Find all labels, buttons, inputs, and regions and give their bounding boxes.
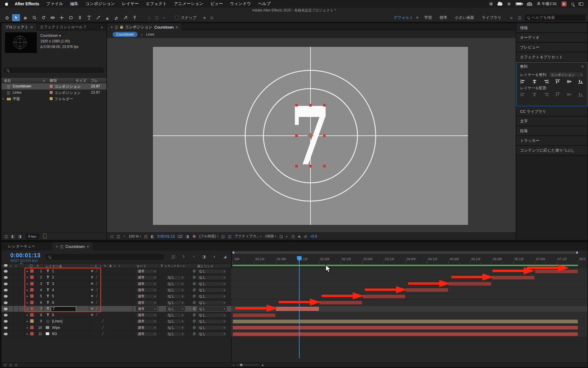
layer-duration-bar[interactable]	[362, 294, 405, 299]
layer-visibility-icon[interactable]	[4, 314, 8, 316]
wifi-icon[interactable]	[527, 2, 532, 6]
layer-parent-dropdown[interactable]: なし▾	[197, 281, 227, 286]
channel-show-icon[interactable]	[192, 234, 196, 238]
panel-menu-icon[interactable]: ≡	[176, 25, 178, 29]
selection-tool[interactable]	[12, 14, 20, 21]
layer-mode-dropdown[interactable]: 通常▾	[136, 319, 157, 324]
control-center-icon[interactable]	[579, 2, 583, 6]
right-panel-tab[interactable]: 段落	[516, 126, 587, 135]
layer-mode-dropdown[interactable]: 通常▾	[136, 281, 157, 286]
show-snapshot-icon[interactable]: ◨	[186, 234, 189, 238]
right-panel-tab[interactable]: CC ライブラリ	[516, 107, 587, 116]
layer-name[interactable]: [Lines]	[52, 319, 62, 323]
quality-switch-icon[interactable]: ╱	[102, 319, 104, 322]
parent-pickwhip-icon[interactable]: @	[193, 269, 196, 273]
right-panel-tab[interactable]: 文字	[516, 117, 587, 126]
layer-duration-bar[interactable]	[319, 301, 362, 305]
menubar-menu-item[interactable]: ビュー	[210, 1, 223, 6]
right-panel-tab[interactable]: コンテンツに応じた塗りつぶし	[516, 146, 587, 155]
composition-viewer[interactable]: 7	[107, 38, 516, 232]
zoom-slider-track[interactable]	[236, 364, 259, 365]
layer-visibility-icon[interactable]	[4, 333, 8, 335]
shape-tool[interactable]	[67, 14, 75, 21]
layer-name[interactable]: BG	[52, 332, 57, 336]
layer-parent-dropdown[interactable]: なし▾	[197, 300, 227, 305]
parent-pickwhip-icon[interactable]: @	[193, 313, 196, 316]
project-item-row[interactable]: ◫Linesコンポジション23.97	[1, 89, 106, 96]
parent-pickwhip-icon[interactable]: @	[193, 307, 196, 310]
rasterize-switch-icon[interactable]: ◉	[91, 313, 93, 316]
type-tool[interactable]	[85, 14, 93, 21]
right-panel-tab[interactable]: プレビュー	[516, 43, 587, 52]
label-chip[interactable]	[50, 85, 53, 88]
region-of-interest-icon[interactable]: ◱	[221, 234, 225, 238]
distribute-right-button[interactable]	[544, 92, 548, 97]
new-folder-icon[interactable]: ◧	[11, 234, 14, 238]
camera-tool[interactable]	[49, 14, 56, 21]
layer-name[interactable]: 3	[52, 282, 54, 286]
layer-mode-dropdown[interactable]: 通常▾	[136, 306, 157, 311]
parent-pickwhip-icon[interactable]: @	[193, 332, 196, 335]
menu-bar-clock[interactable]: 木 午後2:31	[537, 1, 557, 6]
align-top-button[interactable]	[555, 79, 560, 84]
layer-visibility-icon[interactable]	[4, 295, 8, 298]
distribute-top-button[interactable]	[555, 92, 560, 97]
snap-control[interactable]: スナップ	[175, 15, 196, 20]
layer-disclosure-icon[interactable]: ▸	[27, 301, 28, 304]
layer-switches-icon[interactable]: ◱	[9, 363, 12, 367]
panel-menu-icon[interactable]: ≡	[31, 25, 33, 29]
track-matte-dropdown[interactable]: なし▾	[166, 281, 185, 286]
rasterize-switch-icon[interactable]: ◉	[91, 294, 93, 297]
layer-name-edit-field[interactable]: 7	[51, 306, 76, 311]
layer-visibility-icon[interactable]	[4, 320, 8, 323]
layer-disclosure-icon[interactable]: ▸	[27, 270, 28, 273]
menubar-menu-item[interactable]: ヘルプ	[258, 1, 271, 6]
layer-mode-dropdown[interactable]: 通常▾	[136, 275, 157, 280]
status-icon[interactable]	[507, 2, 511, 6]
comp-mini-icon[interactable]: ◰	[4, 363, 6, 367]
track-matte-dropdown[interactable]: なし▾	[166, 300, 185, 305]
timeline-layer-row[interactable]: ▸1T1◉╱通常▾@なし▾	[1, 268, 231, 274]
layer-disclosure-icon[interactable]: ▸	[27, 326, 28, 329]
menubar-menu-item[interactable]: ウィンドウ	[230, 1, 251, 6]
track-matte-dropdown[interactable]: なし▾	[166, 275, 185, 280]
layer-mode-dropdown[interactable]: 通常▾	[136, 313, 157, 318]
disclosure-icon[interactable]: ▸	[3, 97, 4, 100]
rasterize-switch-icon[interactable]: ◉	[91, 282, 93, 285]
align-v-center-button[interactable]	[567, 79, 572, 84]
label-chip[interactable]	[50, 91, 53, 94]
menubar-menu-item[interactable]: エフェクト	[146, 1, 167, 6]
align-right-button[interactable]	[544, 79, 548, 84]
layer-parent-dropdown[interactable]: なし▾	[197, 325, 227, 330]
layer-disclosure-icon[interactable]: ▸	[27, 332, 28, 335]
menubar-menu-item[interactable]: 編集	[70, 1, 78, 6]
layer-parent-dropdown[interactable]: なし▾	[197, 294, 227, 299]
layer-mode-dropdown[interactable]: 通常▾	[136, 325, 157, 330]
layer-duration-bar[interactable]	[405, 288, 449, 292]
always-preview-icon[interactable]: ◻	[111, 234, 113, 238]
project-item-row[interactable]: ◫Countdownコンポジション23.97	[1, 83, 106, 89]
app-name[interactable]: After Effects	[15, 1, 39, 6]
resolution-dropdown[interactable]: (フル画質)▾	[199, 234, 218, 239]
battery-icon[interactable]	[515, 2, 522, 6]
panel-menu-icon[interactable]: ≡	[582, 64, 584, 69]
workspace-active[interactable]: デフォルト	[390, 15, 417, 20]
right-panel-tab[interactable]: トラッカー	[516, 136, 587, 145]
distribute-bottom-button[interactable]	[578, 92, 583, 97]
layer-parent-dropdown[interactable]: なし▾	[197, 275, 227, 280]
help-search-input[interactable]: ヘルプを検索	[525, 14, 585, 21]
ruler-toggle-icon[interactable]: ◰	[144, 234, 148, 238]
quality-switch-icon[interactable]: ╱	[96, 313, 98, 316]
puppet-pin-tool[interactable]	[131, 14, 138, 21]
track-matte-dropdown[interactable]: なし▾	[166, 313, 185, 318]
right-panel-tab[interactable]: 情報	[516, 23, 587, 32]
new-comp-icon[interactable]: ◨	[18, 234, 21, 238]
parent-pickwhip-icon[interactable]: @	[193, 301, 196, 304]
track-matte-dropdown[interactable]: なし▾	[166, 319, 185, 324]
quality-switch-icon[interactable]: ╱	[102, 326, 104, 329]
timeline-layer-row[interactable]: ▸11BG╱通常▾なし▾@なし▾	[1, 331, 231, 337]
workspace-item[interactable]: ライブラリ	[478, 15, 505, 20]
layer-name[interactable]: Wipe	[52, 326, 60, 330]
layer-duration-bar[interactable]	[233, 326, 578, 330]
zoom-slider-knob[interactable]	[240, 364, 243, 366]
